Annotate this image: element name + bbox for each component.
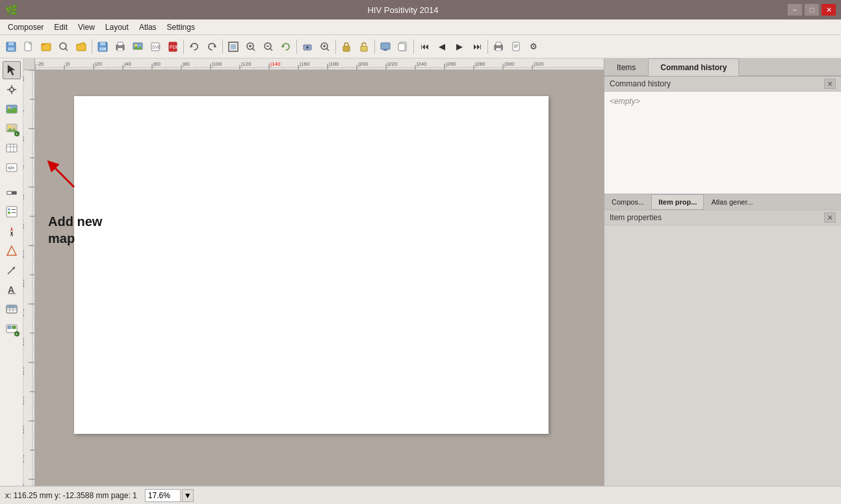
tool-add-attribute-table[interactable] (3, 300, 21, 318)
toolbar-print2[interactable] (490, 38, 507, 55)
tool-select[interactable] (3, 61, 21, 79)
svg-text:|160: |160 (300, 61, 310, 67)
minimize-button[interactable]: − (788, 4, 802, 16)
menu-composer[interactable]: Composer (3, 21, 49, 33)
ruler-top: -20 |0 |20 |40 |60 |80 |100 (35, 58, 604, 70)
toolbar-unlock[interactable] (356, 38, 372, 55)
toolbar-zoom-in2[interactable] (317, 38, 333, 55)
menu-atlas[interactable]: Atlas (134, 21, 162, 33)
tool-add-north[interactable]: N (3, 222, 21, 240)
menu-layout[interactable]: Layout (100, 21, 134, 33)
toolbar-open[interactable] (73, 38, 90, 55)
toolbar-open-template[interactable] (38, 38, 55, 55)
toolbar-zoom-out[interactable] (260, 38, 277, 55)
svg-line-34 (270, 48, 272, 51)
main-area: + </> (0, 58, 841, 486)
item-props-close-button[interactable]: × (824, 212, 836, 223)
toolbar-refresh[interactable] (278, 38, 294, 55)
tool-add-table[interactable] (3, 139, 21, 157)
toolbar-paper[interactable] (395, 38, 411, 55)
zoom-container: ▼ (145, 489, 194, 502)
svg-rect-6 (42, 44, 45, 45)
tab-command-history[interactable]: Command history (648, 58, 739, 76)
svg-marker-35 (281, 45, 285, 47)
svg-rect-42 (343, 46, 350, 51)
toolbar-export-img[interactable] (129, 38, 146, 55)
toolbar-zoom-all[interactable] (225, 38, 242, 55)
menu-edit[interactable]: Edit (49, 21, 73, 33)
svg-text:SVG: SVG (152, 45, 161, 49)
zoom-input[interactable] (145, 489, 181, 502)
tool-add-shape[interactable] (3, 242, 21, 260)
tool-add-arrow[interactable] (3, 261, 21, 279)
zoom-dropdown[interactable]: ▼ (182, 489, 194, 502)
svg-text:|200: |200 (358, 61, 369, 67)
toolbar-zoom-full[interactable] (55, 38, 72, 55)
toolbar-save-as[interactable]: + (94, 38, 111, 55)
title-bar: 🌿 HIV Positivity 2014 − □ ✕ (0, 0, 841, 19)
toolbar-monitor[interactable] (377, 38, 394, 55)
svg-text:220: 220 (23, 425, 25, 434)
svg-rect-45 (383, 49, 387, 51)
menu-view[interactable]: View (73, 21, 100, 33)
tab-items[interactable]: Items (604, 58, 648, 76)
toolbar-atlas-fwd[interactable]: ▶ (451, 38, 468, 55)
toolbar-export-pdf[interactable]: PDF (164, 38, 181, 55)
cmd-history-empty: <empty> (610, 97, 640, 106)
toolbar-settings[interactable]: ⚙ (525, 38, 542, 55)
tool-move-content[interactable] (3, 81, 21, 99)
toolbar-zoom-in[interactable] (242, 38, 259, 55)
toolbar-save[interactable] (3, 38, 19, 55)
svg-rect-1 (8, 42, 14, 45)
tool-add-image[interactable]: + (3, 120, 21, 138)
svg-marker-83 (7, 246, 16, 255)
toolbar-pan-canvas[interactable] (299, 38, 316, 55)
tool-add-scalebar[interactable] (3, 183, 21, 201)
svg-text:260: 260 (23, 483, 25, 486)
svg-text:140: 140 (23, 308, 25, 317)
svg-text:20: 20 (23, 136, 25, 142)
toolbar-redo[interactable] (203, 38, 220, 55)
toolbar-export-atlas[interactable] (508, 38, 524, 55)
tool-add-label[interactable]: A (3, 281, 21, 299)
svg-line-200 (51, 164, 74, 187)
close-button[interactable]: ✕ (822, 4, 836, 16)
canvas-area[interactable]: -20 |0 |20 |40 |60 |80 |100 (23, 58, 604, 486)
item-props-panel: Item properties × (604, 210, 841, 486)
maximize-button[interactable]: □ (805, 4, 819, 16)
canvas-scroll[interactable]: -20 0 20 40 60 80 100 120 (23, 70, 604, 486)
svg-text:|100: |100 (212, 61, 222, 67)
svg-point-37 (306, 46, 309, 49)
toolbar-atlas-prev[interactable]: ⏮ (416, 38, 433, 55)
tool-add-legend[interactable] (3, 203, 21, 221)
svg-marker-80 (10, 227, 13, 231)
svg-rect-47 (398, 44, 405, 51)
menu-settings[interactable]: Settings (162, 21, 200, 33)
tool-add-map[interactable] (3, 100, 21, 118)
canvas-content[interactable]: Add new map (35, 70, 604, 486)
tab-atlas-generation[interactable]: Atlas gener... (704, 194, 760, 210)
tab-composition[interactable]: Compos... (604, 194, 651, 210)
cmd-history-header: Command history × (604, 77, 841, 92)
toolbar-new[interactable] (20, 38, 37, 55)
svg-text:|300: |300 (504, 61, 515, 67)
tab-item-properties[interactable]: Item prop... (651, 194, 704, 210)
toolbar-export-svg[interactable]: SVG (147, 38, 164, 55)
ruler-left: -20 0 20 40 60 80 100 120 (23, 70, 35, 486)
svg-text:+: + (103, 47, 106, 51)
right-top-tabs: Items Command history (604, 58, 841, 77)
svg-rect-2 (8, 47, 14, 51)
toolbar-print[interactable] (112, 38, 129, 55)
tool-add-frame[interactable]: + (3, 320, 21, 338)
tool-add-html[interactable]: </> (3, 158, 21, 177)
toolbar-atlas-next[interactable]: ⏭ (469, 38, 485, 55)
title-text: HIV Positivity 2014 (18, 5, 788, 15)
svg-text:|60: |60 (153, 61, 161, 67)
toolbar-atlas-back[interactable]: ◀ (433, 38, 450, 55)
svg-text:100: 100 (23, 249, 25, 258)
svg-rect-27 (231, 44, 236, 49)
cmd-history-close-button[interactable]: × (824, 79, 836, 89)
toolbar-lock[interactable] (338, 38, 355, 55)
toolbar-undo[interactable] (186, 38, 203, 55)
svg-line-8 (65, 48, 68, 51)
